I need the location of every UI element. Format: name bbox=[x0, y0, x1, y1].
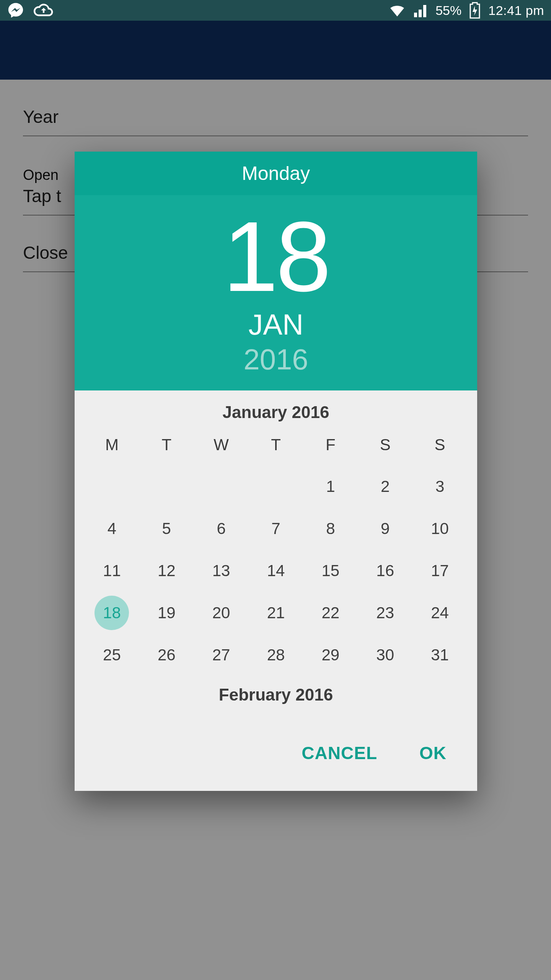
calendar-day[interactable]: 28 bbox=[249, 634, 303, 676]
dow-fri: F bbox=[326, 430, 336, 466]
calendar-days-grid: 1234567891011121314151617181920212223242… bbox=[85, 466, 467, 676]
calendar-day[interactable]: 22 bbox=[303, 592, 358, 634]
calendar-empty bbox=[85, 466, 139, 508]
dow-tue: T bbox=[161, 430, 171, 466]
calendar-day[interactable]: 29 bbox=[303, 634, 358, 676]
date-picker-header: 18 JAN 2016 bbox=[75, 195, 477, 390]
dow-sun: S bbox=[435, 430, 445, 466]
date-picker-month[interactable]: JAN bbox=[75, 308, 477, 341]
clock-text: 12:41 pm bbox=[488, 3, 544, 18]
calendar-day[interactable]: 17 bbox=[412, 550, 467, 592]
wifi-icon bbox=[388, 3, 406, 18]
calendar-day[interactable]: 14 bbox=[249, 550, 303, 592]
calendar-day[interactable]: 21 bbox=[249, 592, 303, 634]
calendar-day[interactable]: 24 bbox=[412, 592, 467, 634]
messenger-icon bbox=[7, 2, 24, 19]
calendar-day[interactable]: 23 bbox=[358, 592, 412, 634]
calendar-empty bbox=[194, 466, 249, 508]
cancel-button[interactable]: CANCEL bbox=[302, 743, 377, 763]
dow-sat: S bbox=[380, 430, 391, 466]
calendar-empty bbox=[249, 466, 303, 508]
cloud-upload-icon bbox=[34, 2, 54, 18]
status-bar: 55% 12:41 pm bbox=[0, 0, 551, 21]
calendar-day[interactable]: 15 bbox=[303, 550, 358, 592]
calendar-body: January 2016 M T W T F S S 1234567891011… bbox=[75, 390, 477, 716]
calendar-day[interactable]: 4 bbox=[85, 508, 139, 550]
calendar-day[interactable]: 19 bbox=[139, 592, 194, 634]
calendar-day[interactable]: 30 bbox=[358, 634, 412, 676]
date-picker-weekday: Monday bbox=[75, 152, 477, 195]
signal-icon bbox=[413, 3, 429, 17]
calendar-day[interactable]: 9 bbox=[358, 508, 412, 550]
ok-button[interactable]: OK bbox=[419, 743, 447, 763]
calendar-day[interactable]: 8 bbox=[303, 508, 358, 550]
battery-percent: 55% bbox=[435, 3, 461, 18]
date-picker-dialog: Monday 18 JAN 2016 January 2016 M T W T … bbox=[75, 152, 477, 791]
calendar-day[interactable]: 3 bbox=[412, 466, 467, 508]
calendar-day[interactable]: 11 bbox=[85, 550, 139, 592]
calendar-day[interactable]: 31 bbox=[412, 634, 467, 676]
calendar-day[interactable]: 20 bbox=[194, 592, 249, 634]
calendar-day[interactable]: 12 bbox=[139, 550, 194, 592]
calendar-month-title: January 2016 bbox=[85, 397, 467, 430]
dow-mon: M bbox=[105, 430, 119, 466]
calendar-day[interactable]: 2 bbox=[358, 466, 412, 508]
calendar-empty bbox=[139, 466, 194, 508]
calendar-dow-row: M T W T F S S bbox=[85, 430, 467, 466]
battery-charging-icon bbox=[468, 2, 481, 19]
calendar-day[interactable]: 6 bbox=[194, 508, 249, 550]
calendar-day[interactable]: 27 bbox=[194, 634, 249, 676]
calendar-day[interactable]: 18 bbox=[85, 592, 139, 634]
dow-thu: T bbox=[271, 430, 281, 466]
calendar-next-month-title: February 2016 bbox=[85, 676, 467, 716]
dow-wed: W bbox=[214, 430, 229, 466]
calendar-day[interactable]: 7 bbox=[249, 508, 303, 550]
calendar-day[interactable]: 1 bbox=[303, 466, 358, 508]
calendar-day[interactable]: 5 bbox=[139, 508, 194, 550]
calendar-day[interactable]: 13 bbox=[194, 550, 249, 592]
calendar-day[interactable]: 16 bbox=[358, 550, 412, 592]
calendar-day[interactable]: 25 bbox=[85, 634, 139, 676]
calendar-day[interactable]: 10 bbox=[412, 508, 467, 550]
dialog-actions: CANCEL OK bbox=[75, 716, 477, 791]
date-picker-day[interactable]: 18 bbox=[75, 207, 477, 306]
calendar-day[interactable]: 26 bbox=[139, 634, 194, 676]
date-picker-year[interactable]: 2016 bbox=[75, 343, 477, 376]
